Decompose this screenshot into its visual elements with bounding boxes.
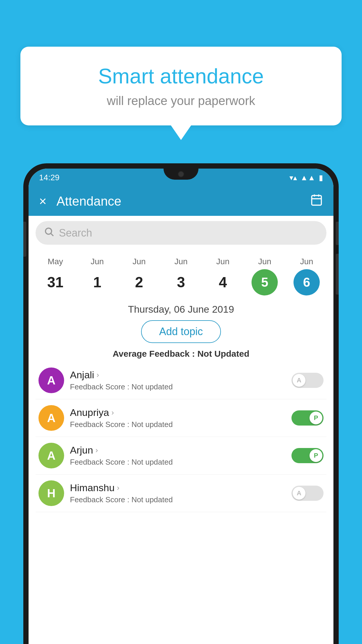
- toggle-knob: A: [293, 487, 305, 500]
- date-month: May: [48, 257, 63, 266]
- avatar: A: [38, 368, 64, 393]
- status-time: 14:29: [39, 173, 59, 182]
- student-feedback: Feedback Score : Not updated: [70, 382, 286, 391]
- side-button-power: [336, 222, 339, 245]
- date-day: 31: [42, 269, 68, 295]
- app-bar-title: Attendance: [54, 194, 303, 209]
- date-month: Jun: [258, 257, 271, 266]
- attendance-toggle[interactable]: A: [291, 373, 324, 388]
- date-month: Jun: [216, 257, 229, 266]
- date-month: Jun: [300, 257, 313, 266]
- date-month: Jun: [174, 257, 187, 266]
- student-feedback: Feedback Score : Not updated: [70, 458, 286, 467]
- toggle-knob: P: [310, 412, 322, 424]
- date-month: Jun: [133, 257, 146, 266]
- student-name: Anupriya ›: [70, 407, 286, 418]
- avg-feedback-label: Average Feedback :: [113, 349, 195, 358]
- student-name: Arjun ›: [70, 444, 286, 456]
- chevron-right-icon: ›: [117, 483, 120, 492]
- avatar: A: [38, 443, 64, 468]
- date-strip: May 31 Jun 1 Jun 2 Jun 3 Jun 4 Jun 5: [29, 250, 333, 295]
- speech-bubble-container: Smart attendance will replace your paper…: [20, 47, 342, 125]
- toggle-knob: A: [293, 374, 305, 387]
- student-info: Himanshu › Feedback Score : Not updated: [70, 482, 286, 504]
- avg-feedback-value: Not Updated: [197, 349, 249, 358]
- avatar: A: [38, 405, 64, 431]
- student-name: Anjali ›: [70, 369, 286, 381]
- date-day: 3: [168, 269, 194, 295]
- student-list: A Anjali › Feedback Score : Not updated …: [29, 362, 333, 512]
- date-item-jun3[interactable]: Jun 3: [166, 257, 196, 295]
- app-bar: × Attendance: [29, 187, 333, 216]
- student-item[interactable]: A Arjun › Feedback Score : Not updated P: [36, 437, 326, 475]
- chevron-right-icon: ›: [95, 446, 98, 455]
- search-input[interactable]: Search: [59, 227, 318, 239]
- date-item-jun6[interactable]: Jun 6: [292, 257, 321, 295]
- date-day: 4: [210, 269, 236, 295]
- student-info: Anjali › Feedback Score : Not updated: [70, 369, 286, 391]
- avg-feedback: Average Feedback : Not Updated: [29, 349, 333, 359]
- student-info: Arjun › Feedback Score : Not updated: [70, 444, 286, 467]
- speech-bubble-subtitle: will replace your paperwork: [44, 94, 318, 108]
- date-month: Jun: [91, 257, 104, 266]
- phone-frame: 14:29 ▾▴ ▲▲ ▮ × Attendance: [23, 163, 339, 644]
- date-day-selected: 6: [294, 269, 320, 295]
- wifi-icon: ▾▴: [289, 173, 297, 182]
- avatar: H: [38, 480, 64, 506]
- svg-line-5: [51, 234, 53, 236]
- svg-rect-0: [312, 195, 321, 205]
- side-button-volume: [23, 222, 26, 257]
- selected-date: Thursday, 06 June 2019: [29, 304, 333, 315]
- attendance-toggle[interactable]: P: [291, 448, 324, 463]
- student-item[interactable]: A Anjali › Feedback Score : Not updated …: [36, 362, 326, 399]
- student-feedback: Feedback Score : Not updated: [70, 495, 286, 504]
- svg-point-4: [45, 228, 52, 234]
- close-button[interactable]: ×: [39, 194, 47, 209]
- calendar-icon[interactable]: [310, 193, 323, 209]
- add-topic-button[interactable]: Add topic: [141, 320, 221, 343]
- front-camera: [178, 171, 184, 177]
- date-item-jun5[interactable]: Jun 5: [250, 257, 279, 295]
- date-item-may31[interactable]: May 31: [41, 257, 70, 295]
- student-item[interactable]: A Anupriya › Feedback Score : Not update…: [36, 399, 326, 437]
- status-icons: ▾▴ ▲▲ ▮: [289, 173, 323, 182]
- phone-notch: [164, 169, 198, 180]
- student-name: Himanshu ›: [70, 482, 286, 494]
- side-button-volume-right: [336, 254, 339, 295]
- signal-icon: ▲▲: [301, 173, 315, 182]
- battery-icon: ▮: [319, 173, 323, 182]
- phone-screen: 14:29 ▾▴ ▲▲ ▮ × Attendance: [29, 169, 333, 644]
- date-day-active: 5: [252, 269, 278, 295]
- search-icon: [44, 226, 54, 239]
- chevron-right-icon: ›: [111, 408, 114, 417]
- attendance-toggle[interactable]: A: [291, 486, 324, 501]
- student-item[interactable]: H Himanshu › Feedback Score : Not update…: [36, 475, 326, 512]
- date-item-jun1[interactable]: Jun 1: [83, 257, 112, 295]
- date-day: 1: [84, 269, 110, 295]
- date-day: 2: [126, 269, 152, 295]
- speech-bubble: Smart attendance will replace your paper…: [20, 47, 342, 125]
- student-info: Anupriya › Feedback Score : Not updated: [70, 407, 286, 429]
- date-item-jun4[interactable]: Jun 4: [208, 257, 238, 295]
- toggle-knob: P: [310, 449, 322, 462]
- chevron-right-icon: ›: [96, 370, 99, 379]
- search-bar[interactable]: Search: [36, 221, 326, 245]
- student-feedback: Feedback Score : Not updated: [70, 420, 286, 429]
- date-item-jun2[interactable]: Jun 2: [124, 257, 154, 295]
- attendance-toggle[interactable]: P: [291, 410, 324, 426]
- speech-bubble-title: Smart attendance: [44, 64, 318, 88]
